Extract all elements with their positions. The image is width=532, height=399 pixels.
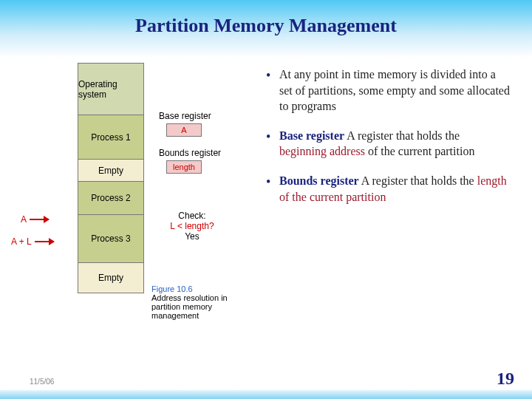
arrow-icon: [30, 219, 49, 220]
bullet-3: Bounds register A register that holds th…: [266, 173, 510, 205]
bounds-register-box: length: [166, 160, 202, 174]
pointer-al-label: A + L: [11, 236, 32, 247]
bullet-3-term: Bounds register: [279, 174, 359, 187]
figure-caption-text: Address resolution in partition memory m…: [151, 293, 228, 320]
bullet-2-text-b: of the current partition: [365, 145, 474, 157]
bullet-3-text-a: A register that holds the: [359, 174, 477, 187]
mem-e1: Empty: [78, 160, 143, 182]
memory-stack: Operating system Process 1 Empty Process…: [78, 63, 144, 293]
mem-e2: Empty: [78, 263, 143, 293]
mem-p1: Process 1: [78, 115, 143, 160]
figure-caption: Figure 10.6 Address resolution in partit…: [151, 284, 248, 320]
bullet-2-highlight: beginning address: [279, 145, 365, 157]
bullet-1: At any point in time memory is divided i…: [266, 66, 510, 115]
slide-number: 19: [497, 369, 514, 389]
figure-container: Operating system Process 1 Empty Process…: [7, 63, 259, 366]
pointer-a: A: [21, 214, 49, 225]
check-result: Yes: [159, 231, 225, 242]
check-label: Check:: [159, 211, 225, 221]
base-register-box: A: [166, 123, 202, 137]
mem-os: Operating system: [78, 64, 143, 115]
bullet-2-text-a: A register that holds the: [344, 129, 460, 142]
mem-p3: Process 3: [78, 215, 143, 263]
bullet-2: Base register A register that holds the …: [266, 128, 510, 160]
figure-number: Figure 10.6: [151, 284, 193, 293]
footer-gradient: [0, 390, 532, 399]
footer-date: 11/5/06: [30, 378, 54, 386]
mem-p2: Process 2: [78, 182, 143, 215]
page-title: Partition Memory Management: [0, 15, 532, 37]
bullet-list: At any point in time memory is divided i…: [266, 66, 510, 218]
base-register-label: Base register: [159, 111, 211, 121]
check-block: Check: L < length? Yes: [159, 211, 225, 242]
pointer-a-label: A: [21, 214, 27, 225]
pointer-al: A + L: [11, 236, 54, 247]
check-expr: L < length?: [159, 221, 225, 231]
bullet-2-term: Base register: [279, 129, 344, 142]
bounds-register-label: Bounds register: [159, 148, 221, 158]
arrow-icon: [35, 241, 54, 242]
